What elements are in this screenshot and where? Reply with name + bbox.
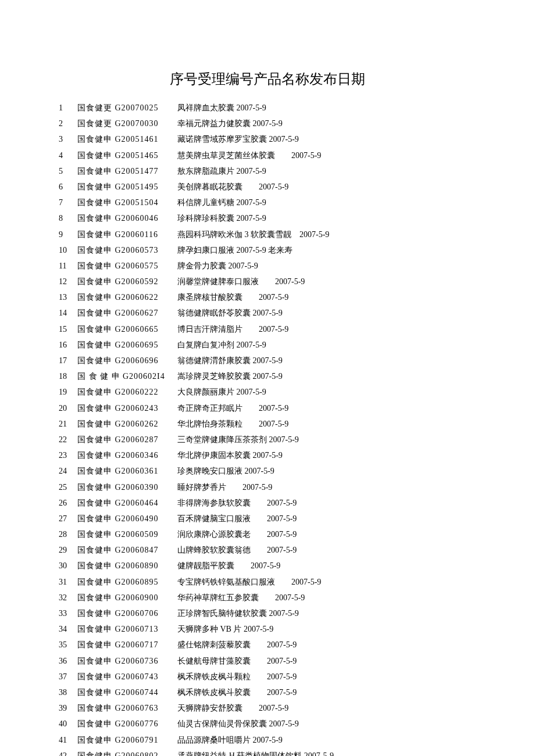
code-cell: 国食健申 G20060592 bbox=[77, 274, 177, 289]
desc-cell: 博日吉汗牌清脂片 2007-5-9 bbox=[177, 321, 334, 337]
desc-cell: 三奇堂牌健康降压茶茶剂 2007-5-9 bbox=[177, 432, 334, 447]
table-row: 21国食健申 G20060262华北牌怡身茶颗粒 2007-5-9 bbox=[58, 416, 334, 432]
seq-cell: 34 bbox=[58, 621, 77, 637]
desc-cell: 康圣牌核甘酸胶囊 2007-5-9 bbox=[177, 289, 334, 305]
desc-cell: 翁德健牌眠舒苓胶囊 2007-5-9 bbox=[177, 305, 334, 321]
table-row: 41国食健申 G20060791品品源牌桑叶咀嚼片 2007-5-9 bbox=[58, 732, 334, 748]
code-cell: 国食健申 G20060744 bbox=[77, 685, 177, 700]
desc-cell: 华北牌怡身茶颗粒 2007-5-9 bbox=[177, 416, 334, 432]
table-row: 18国 食 健 申 G200602I4嵩珍牌灵芝蜂胶胶囊 2007-5-9 bbox=[58, 368, 334, 384]
desc-cell: 丞燕牌纽益特-H 菇类植物固体饮料 2007-5-9 bbox=[177, 748, 334, 756]
code-cell: 国食健申 G20060736 bbox=[77, 653, 177, 669]
table-row: 28国食健申 G20060509润欣康牌心源胶囊老 2007-5-9 bbox=[58, 526, 334, 542]
desc-cell: 华北牌伊康固本胶囊 2007-5-9 bbox=[177, 447, 334, 463]
table-row: 30国食健申 G20060890健牌靓脂平胶囊 2007-5-9 bbox=[58, 558, 334, 574]
seq-cell: 15 bbox=[58, 321, 77, 337]
table-row: 27国食健申 G20060490百禾牌健脑宝口服液 2007-5-9 bbox=[58, 511, 334, 526]
table-row: 23国食健申 G20060346华北牌伊康固本胶囊 2007-5-9 bbox=[58, 447, 334, 463]
desc-cell: 珍科牌珍科胶囊 2007-5-9 bbox=[177, 210, 334, 226]
table-row: 11国食健申 G20060575牌金骨力胶囊 2007-5-9 bbox=[58, 258, 334, 274]
seq-cell: 41 bbox=[58, 732, 77, 748]
seq-cell: 5 bbox=[58, 163, 77, 179]
table-row: 38国食健申 G20060744枫禾牌铁皮枫斗胶囊 2007-5-9 bbox=[58, 685, 334, 700]
seq-cell: 8 bbox=[58, 210, 77, 226]
seq-cell: 24 bbox=[58, 463, 77, 479]
seq-cell: 20 bbox=[58, 400, 77, 416]
table-row: 15国食健申 G20060665博日吉汗牌清脂片 2007-5-9 bbox=[58, 321, 334, 337]
seq-cell: 28 bbox=[58, 526, 77, 542]
table-row: 17国食健申 G20060696翁德健牌渭舒康胶囊 2007-5-9 bbox=[58, 353, 334, 368]
code-cell: 国食健申 G20060776 bbox=[77, 716, 177, 732]
desc-cell: 正珍牌智氏脑特健软胶囊 2007-5-9 bbox=[177, 605, 334, 621]
code-cell: 国食健申 G20060622 bbox=[77, 289, 177, 305]
table-row: 33国食健申 G20060706正珍牌智氏脑特健软胶囊 2007-5-9 bbox=[58, 605, 334, 621]
code-cell: 国食健申 G20051461 bbox=[77, 131, 177, 147]
desc-cell: 百禾牌健脑宝口服液 2007-5-9 bbox=[177, 511, 334, 526]
seq-cell: 38 bbox=[58, 685, 77, 700]
code-cell: 国食健更 G20070030 bbox=[77, 116, 177, 131]
desc-cell: 润欣康牌心源胶囊老 2007-5-9 bbox=[177, 526, 334, 542]
desc-cell: 枫禾牌铁皮枫斗颗粒 2007-5-9 bbox=[177, 669, 334, 685]
table-row: 4国食健申 G20051465慧美牌虫草灵芝菌丝体胶囊 2007-5-9 bbox=[58, 148, 334, 163]
code-cell: 国食健申 G20060575 bbox=[77, 258, 177, 274]
seq-cell: 4 bbox=[58, 148, 77, 163]
seq-cell: 11 bbox=[58, 258, 77, 274]
seq-cell: 35 bbox=[58, 637, 77, 653]
table-row: 24国食健申 G20060361珍奥牌晚安口服液 2007-5-9 bbox=[58, 463, 334, 479]
code-cell: 国食健申 G20060706 bbox=[77, 605, 177, 621]
table-row: 9国食健申 G20060116燕园科玛牌欧米伽 3 软胶囊雪靓 2007-5-9 bbox=[58, 227, 334, 242]
desc-cell: 美创牌暮眠花胶囊 2007-5-9 bbox=[177, 179, 334, 195]
table-row: 12国食健申 G20060592润馨堂牌健脾泰口服液 2007-5-9 bbox=[58, 274, 334, 289]
desc-cell: 非得牌海参肽软胶囊 2007-5-9 bbox=[177, 495, 334, 511]
code-cell: 国食健申 G20060116 bbox=[77, 227, 177, 242]
table-row: 40国食健申 G20060776仙灵古保牌仙灵骨保胶囊 2007-5-9 bbox=[58, 716, 334, 732]
code-cell: 国食健申 G20060361 bbox=[77, 463, 177, 479]
seq-cell: 7 bbox=[58, 195, 77, 210]
code-cell: 国食健申 G20060895 bbox=[77, 574, 177, 590]
code-cell: 国食健申 G20060665 bbox=[77, 321, 177, 337]
table-row: 25国食健申 G20060390睡好牌梦香片 2007-5-9 bbox=[58, 479, 334, 495]
table-row: 8国食健申 G20060046珍科牌珍科胶囊 2007-5-9 bbox=[58, 210, 334, 226]
table-row: 3国食健申 G20051461藏诺牌雪域苏摩罗宝胶囊 2007-5-9 bbox=[58, 131, 334, 147]
code-cell: 国食健申 G20060802 bbox=[77, 748, 177, 756]
seq-cell: 6 bbox=[58, 179, 77, 195]
table-row: 22国食健申 G20060287三奇堂牌健康降压茶茶剂 2007-5-9 bbox=[58, 432, 334, 447]
desc-cell: 天狮牌静安舒胶囊 2007-5-9 bbox=[177, 700, 334, 716]
seq-cell: 25 bbox=[58, 479, 77, 495]
seq-cell: 17 bbox=[58, 353, 77, 368]
desc-cell: 专宝牌钙铁锌氨基酸口服液 2007-5-9 bbox=[177, 574, 334, 590]
code-cell: 国食健申 G20051495 bbox=[77, 179, 177, 195]
code-cell: 国食健申 G20060262 bbox=[77, 416, 177, 432]
seq-cell: 29 bbox=[58, 542, 77, 558]
desc-cell: 品品源牌桑叶咀嚼片 2007-5-9 bbox=[177, 732, 334, 748]
table-row: 42国食健申 G20060802丞燕牌纽益特-H 菇类植物固体饮料 2007-5… bbox=[58, 748, 334, 756]
code-cell: 国食健申 G20051465 bbox=[77, 148, 177, 163]
code-cell: 国食健申 G20060900 bbox=[77, 590, 177, 605]
seq-cell: 22 bbox=[58, 432, 77, 447]
table-row: 14国食健申 G20060627翁德健牌眠舒苓胶囊 2007-5-9 bbox=[58, 305, 334, 321]
seq-cell: 39 bbox=[58, 700, 77, 716]
seq-cell: 42 bbox=[58, 748, 77, 756]
seq-cell: 10 bbox=[58, 242, 77, 258]
code-cell: 国食健申 G20060464 bbox=[77, 495, 177, 511]
desc-cell: 珍奥牌晚安口服液 2007-5-9 bbox=[177, 463, 334, 479]
code-cell: 国食健申 G20060287 bbox=[77, 432, 177, 447]
desc-cell: 科信牌儿童钙糖 2007-5-9 bbox=[177, 195, 334, 210]
seq-cell: 40 bbox=[58, 716, 77, 732]
seq-cell: 12 bbox=[58, 274, 77, 289]
seq-cell: 13 bbox=[58, 289, 77, 305]
seq-cell: 26 bbox=[58, 495, 77, 511]
code-cell: 国食健申 G20060490 bbox=[77, 511, 177, 526]
seq-cell: 32 bbox=[58, 590, 77, 605]
seq-cell: 9 bbox=[58, 227, 77, 242]
desc-cell: 睡好牌梦香片 2007-5-9 bbox=[177, 479, 334, 495]
table-row: 1国食健更 G20070025凤祥牌血太胶囊 2007-5-9 bbox=[58, 100, 334, 116]
table-row: 36国食健申 G20060736长健航母牌甘藻胶囊 2007-5-9 bbox=[58, 653, 334, 669]
seq-cell: 36 bbox=[58, 653, 77, 669]
code-cell: 国食健申 G20060791 bbox=[77, 732, 177, 748]
code-cell: 国食健申 G20060243 bbox=[77, 400, 177, 416]
code-cell: 国食健申 G20060627 bbox=[77, 305, 177, 321]
desc-cell: 白复牌白复冲剂 2007-5-9 bbox=[177, 337, 334, 353]
seq-cell: 18 bbox=[58, 368, 77, 384]
seq-cell: 14 bbox=[58, 305, 77, 321]
